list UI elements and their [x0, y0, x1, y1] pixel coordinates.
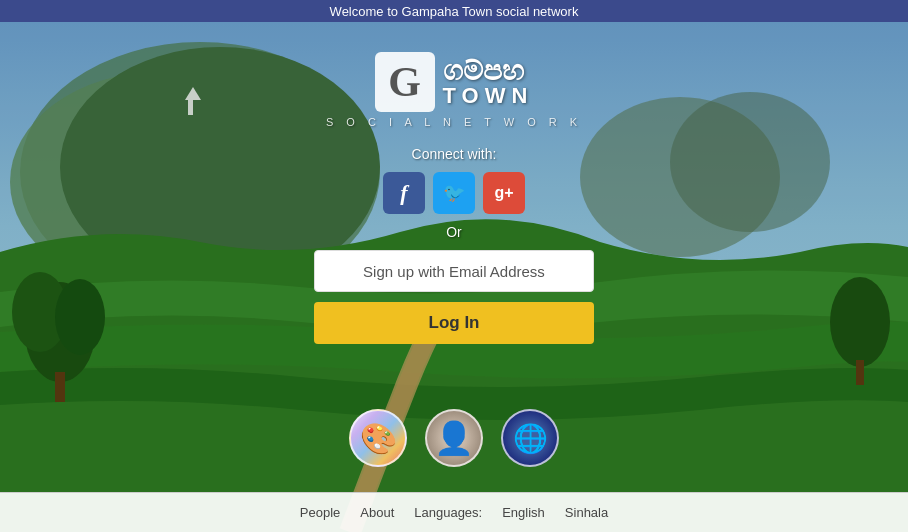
twitter-button[interactable]: 🐦 — [433, 172, 475, 214]
or-label: Or — [446, 224, 462, 240]
main-area: G ගම්පහ TOWN S O C I A L N E T W O R K C… — [0, 22, 908, 532]
sinhala-text: ගම්පහ — [443, 57, 524, 85]
social-network-label: S O C I A L N E T W O R K — [326, 116, 582, 128]
center-content: G ගම්පහ TOWN S O C I A L N E T W O R K C… — [0, 22, 908, 532]
email-signup-button[interactable]: Sign up with Email Address — [314, 250, 594, 292]
social-buttons: f 🐦 g+ — [383, 172, 525, 214]
banner-text: Welcome to Gampaha Town social network — [330, 4, 579, 19]
footer-about-link[interactable]: About — [360, 505, 394, 520]
login-button[interactable]: Log In — [314, 302, 594, 344]
footer-languages-label: Languages: — [414, 505, 482, 520]
footer-people-link[interactable]: People — [300, 505, 340, 520]
avatars-row: 🎨 👤 🌐 — [349, 409, 559, 467]
footer-sinhala-link[interactable]: Sinhala — [565, 505, 608, 520]
twitter-icon: 🐦 — [443, 182, 465, 204]
logo-row: G ගම්පහ TOWN — [375, 52, 534, 112]
facebook-button[interactable]: f — [383, 172, 425, 214]
avatar-3[interactable]: 🌐 — [501, 409, 559, 467]
g-logo-box: G — [375, 52, 435, 112]
connect-label: Connect with: — [412, 146, 497, 162]
googleplus-icon: g+ — [494, 184, 513, 202]
logo-area: G ගම්පහ TOWN S O C I A L N E T W O R K — [326, 52, 582, 128]
footer-english-link[interactable]: English — [502, 505, 545, 520]
top-banner: Welcome to Gampaha Town social network — [0, 0, 908, 22]
avatar-3-icon: 🌐 — [513, 422, 548, 455]
googleplus-button[interactable]: g+ — [483, 172, 525, 214]
avatar-2[interactable]: 👤 — [425, 409, 483, 467]
town-label: TOWN — [443, 85, 534, 107]
connect-section: Connect with: f 🐦 g+ Or Sign up with Ema… — [314, 146, 594, 344]
footer: People About Languages: English Sinhala — [0, 492, 908, 532]
avatar-1-icon: 🎨 — [360, 421, 397, 456]
avatar-2-icon: 👤 — [434, 419, 474, 457]
facebook-icon: f — [400, 180, 407, 206]
avatar-1[interactable]: 🎨 — [349, 409, 407, 467]
town-text: ගම්පහ TOWN — [443, 57, 534, 107]
